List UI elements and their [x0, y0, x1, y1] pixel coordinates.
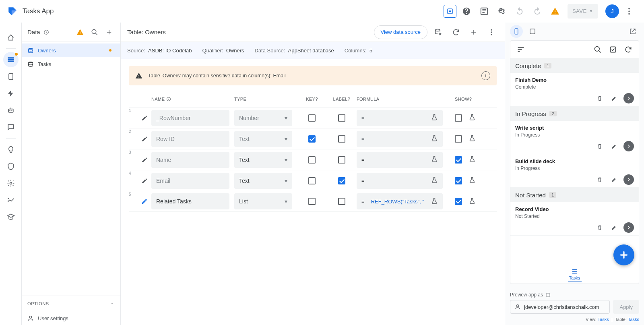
alert-info-icon[interactable]: i	[481, 71, 490, 80]
edit-column-icon[interactable]	[138, 115, 151, 121]
label-checkbox[interactable]	[338, 135, 345, 143]
formula-field[interactable]: =	[357, 110, 443, 126]
edit-column-icon[interactable]	[138, 136, 151, 142]
table-item-owners[interactable]: Owners	[22, 43, 120, 57]
share-icon[interactable]	[494, 4, 510, 19]
user-settings-row[interactable]: User settings	[22, 311, 120, 325]
redo-icon[interactable]	[530, 4, 545, 19]
key-checkbox[interactable]	[308, 198, 316, 205]
delete-icon[interactable]	[594, 222, 605, 233]
show-checkbox[interactable]	[455, 177, 462, 184]
task-card[interactable]: Record VideoNot Started	[510, 202, 639, 236]
rail-home-icon[interactable]	[3, 30, 19, 45]
device-tablet-icon[interactable]	[526, 25, 539, 38]
rail-views-icon[interactable]	[3, 69, 19, 84]
edit-icon[interactable]	[609, 141, 619, 151]
delete-icon[interactable]	[594, 141, 605, 151]
rail-intelligence-icon[interactable]	[3, 142, 19, 157]
formula-field[interactable]: =	[357, 131, 443, 147]
rail-learn-icon[interactable]	[3, 209, 19, 225]
regenerate-icon[interactable]	[449, 25, 463, 39]
group-header[interactable]: Complete1	[510, 58, 639, 73]
column-name-field[interactable]: _RowNumber	[151, 110, 229, 126]
group-header[interactable]: In Progress2	[510, 106, 639, 121]
panel-warning-icon[interactable]	[74, 27, 86, 38]
rail-settings-icon[interactable]	[3, 176, 19, 191]
preview-search-icon[interactable]	[591, 43, 604, 56]
sort-icon[interactable]	[514, 43, 527, 56]
task-card[interactable]: Write scriptIn Progress	[510, 121, 639, 154]
column-name-field[interactable]: Email	[151, 173, 229, 189]
column-type-select[interactable]: List▾	[234, 193, 292, 209]
chevron-right-icon[interactable]	[623, 174, 634, 185]
label-checkbox[interactable]	[338, 114, 345, 122]
footer-table-link[interactable]: Tasks	[628, 317, 639, 322]
chevron-right-icon[interactable]	[623, 93, 634, 104]
edit-column-icon[interactable]	[138, 157, 151, 163]
preview-refresh-icon[interactable]	[622, 43, 635, 56]
show-checkbox[interactable]	[455, 156, 462, 164]
preview-select-icon[interactable]	[607, 43, 619, 56]
edit-icon[interactable]	[609, 93, 619, 104]
rail-security-icon[interactable]	[3, 159, 19, 174]
chevron-right-icon[interactable]	[623, 222, 634, 233]
assistant-icon[interactable]	[444, 5, 456, 18]
rail-data-icon[interactable]	[3, 52, 19, 67]
column-name-field[interactable]: Related Tasks	[151, 193, 229, 209]
delete-icon[interactable]	[594, 93, 605, 104]
key-checkbox[interactable]	[308, 135, 316, 143]
open-external-icon[interactable]	[626, 25, 639, 38]
key-checkbox[interactable]	[308, 156, 316, 164]
test-icon[interactable]	[469, 135, 476, 143]
show-checkbox[interactable]	[455, 114, 462, 122]
rail-bots-icon[interactable]	[3, 103, 19, 118]
table-item-tasks[interactable]: Tasks	[22, 57, 120, 71]
key-checkbox[interactable]	[308, 114, 316, 122]
label-checkbox[interactable]	[338, 198, 345, 205]
show-checkbox[interactable]	[455, 135, 462, 143]
more-icon[interactable]	[621, 4, 637, 19]
preview-bottom-tab[interactable]: Tasks	[510, 266, 639, 284]
delete-icon[interactable]	[594, 174, 605, 185]
show-checkbox[interactable]	[455, 198, 462, 205]
rail-chat-icon[interactable]	[3, 120, 19, 135]
test-icon[interactable]	[469, 197, 476, 206]
column-type-select[interactable]: Text▾	[234, 152, 292, 168]
test-icon[interactable]	[469, 114, 476, 122]
table-more-icon[interactable]	[485, 25, 498, 39]
column-type-select[interactable]: Number▾	[234, 110, 292, 126]
add-table-icon[interactable]	[103, 27, 115, 38]
preview-email-input[interactable]: jdeveloper@christianschalk.com	[510, 300, 610, 314]
column-type-select[interactable]: Text▾	[234, 131, 292, 147]
column-type-select[interactable]: Text▾	[234, 173, 292, 189]
footer-view-link[interactable]: Tasks	[598, 317, 609, 322]
feedback-icon[interactable]	[477, 4, 492, 19]
search-icon[interactable]	[89, 27, 100, 38]
column-name-field[interactable]: Name	[151, 152, 229, 168]
info-icon[interactable]	[43, 29, 49, 35]
edit-column-icon[interactable]	[138, 178, 151, 184]
rail-actions-icon[interactable]	[3, 86, 19, 101]
avatar[interactable]: J	[605, 4, 619, 18]
formula-field[interactable]: =	[357, 173, 443, 189]
group-header[interactable]: Not Started1	[510, 188, 639, 202]
undo-icon[interactable]	[512, 4, 527, 19]
task-card[interactable]: Build slide deckIn Progress	[510, 154, 639, 188]
chevron-right-icon[interactable]	[623, 141, 634, 151]
warning-icon[interactable]	[547, 4, 563, 19]
options-header[interactable]: OPTIONS	[22, 296, 120, 311]
help-icon[interactable]	[459, 4, 474, 19]
edit-icon[interactable]	[609, 174, 619, 185]
edit-icon[interactable]	[609, 222, 619, 233]
fab-add-button[interactable]	[613, 244, 634, 265]
view-data-source-button[interactable]: View data source	[374, 25, 428, 39]
rail-manage-icon[interactable]	[3, 193, 19, 208]
label-checkbox[interactable]	[338, 177, 345, 184]
label-checkbox[interactable]	[338, 156, 345, 164]
column-name-field[interactable]: Row ID	[151, 131, 229, 147]
test-icon[interactable]	[469, 176, 476, 185]
test-icon[interactable]	[469, 155, 476, 164]
formula-field[interactable]: = REF_ROWS("Tasks", "	[357, 193, 443, 209]
device-mobile-icon[interactable]	[510, 25, 523, 38]
edit-column-icon[interactable]	[138, 198, 151, 205]
